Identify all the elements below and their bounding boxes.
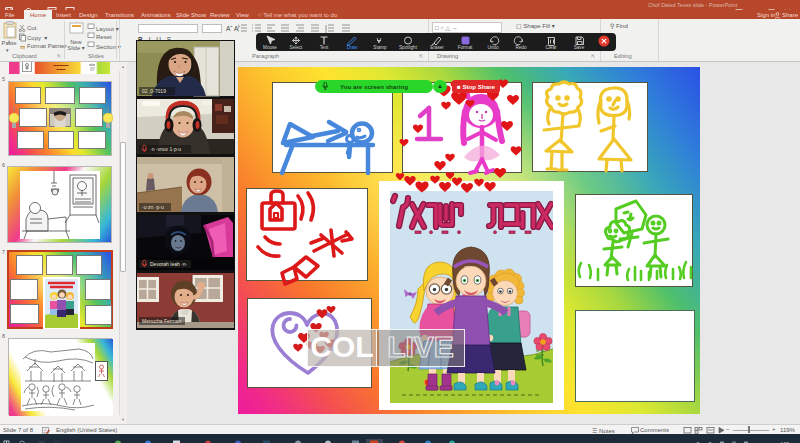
- svg-text:Eraser: Eraser: [430, 45, 444, 50]
- svg-text:02 ,0-7019: 02 ,0-7019: [142, 88, 166, 94]
- svg-text:·u·zn ·p·u: ·u·zn ·p·u: [142, 204, 164, 210]
- svg-text:Mouse: Mouse: [263, 45, 277, 50]
- svg-text:Redo: Redo: [516, 45, 527, 50]
- svg-text:Devorah leah ·n·: Devorah leah ·n·: [150, 261, 188, 267]
- svg-text:Clear: Clear: [546, 45, 557, 50]
- svg-text:Draw: Draw: [347, 45, 358, 50]
- svg-text:Text: Text: [320, 45, 329, 50]
- svg-text:Stamp: Stamp: [373, 45, 387, 50]
- svg-text:Select: Select: [290, 45, 303, 50]
- svg-text:Spotlight: Spotlight: [399, 45, 418, 50]
- svg-text:Save: Save: [574, 45, 585, 50]
- svg-text:·n ·vnuv 1·p·u: ·n ·vnuv 1·p·u: [150, 146, 181, 152]
- svg-text:Menucha Ferman: Menucha Ferman: [142, 318, 181, 324]
- svg-text:Undo: Undo: [488, 45, 499, 50]
- svg-text:Format: Format: [458, 45, 473, 50]
